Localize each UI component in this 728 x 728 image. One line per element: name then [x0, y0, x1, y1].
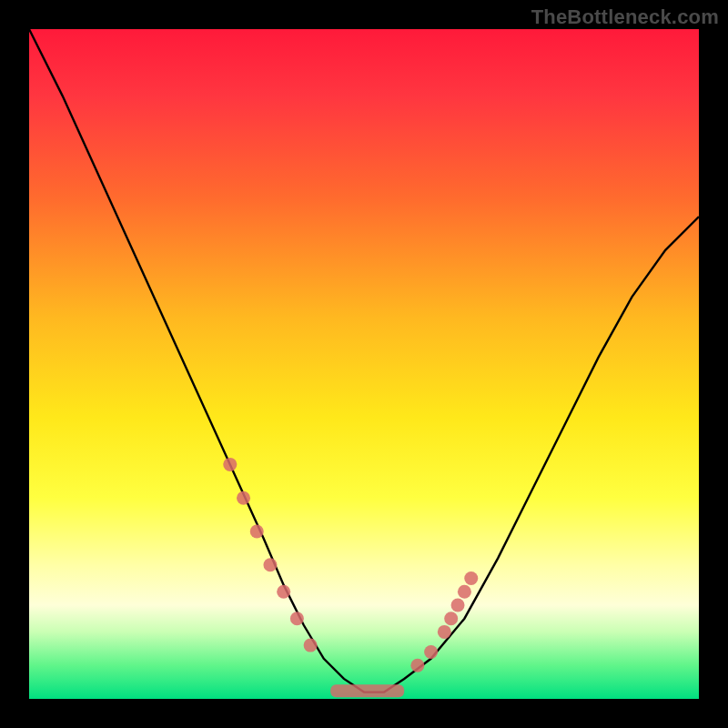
- marker-dot: [237, 491, 250, 505]
- watermark-text: TheBottleneck.com: [531, 5, 719, 29]
- curve-svg: [29, 29, 699, 699]
- marker-dot: [277, 585, 290, 599]
- marker-dot: [424, 645, 438, 659]
- bottleneck-curve: [29, 29, 699, 693]
- marker-dot: [444, 612, 458, 625]
- marker-dot: [464, 571, 478, 585]
- marker-dot: [438, 625, 451, 639]
- trough-flat-band: [330, 684, 404, 697]
- marker-dot: [458, 585, 471, 599]
- marker-dot: [290, 612, 304, 625]
- marker-dot: [304, 639, 318, 652]
- marker-dot: [410, 659, 424, 672]
- chart-frame: TheBottleneck.com: [0, 0, 728, 728]
- marker-dot: [250, 525, 264, 539]
- marker-dot: [451, 598, 465, 612]
- plot-area: [29, 29, 699, 699]
- right-marker-cluster: [410, 571, 478, 672]
- marker-dot: [223, 458, 237, 471]
- marker-dot: [263, 558, 277, 571]
